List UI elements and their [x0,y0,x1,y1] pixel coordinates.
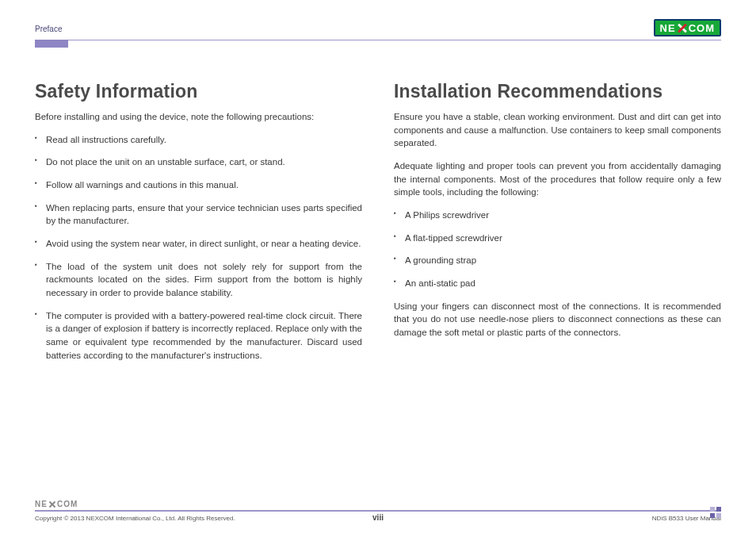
content-columns: Safety Information Before installing and… [35,48,721,371]
list-item: A grounding strap [394,254,721,267]
list-item: Do not place the unit on an unstable sur… [35,155,362,169]
list-item: The computer is provided with a battery-… [35,309,362,362]
left-column: Safety Information Before installing and… [35,81,362,371]
install-p2: Adequate lighting and proper tools can p… [394,159,721,199]
footer-logo: NE COM [35,500,721,508]
list-item: A Philips screwdriver [394,209,721,222]
install-p1: Ensure you have a stable, clean working … [394,110,721,150]
install-p3: Using your fingers can disconnect most o… [394,300,721,339]
section-label: Preface [35,25,62,36]
page: Preface NE COM Safety Information Before… [0,0,756,533]
safety-intro: Before installing and using the device, … [35,110,362,124]
tools-list: A Philips screwdriver A flat-tipped scre… [394,209,721,290]
safety-list: Read all instructions carefully. Do not … [35,133,362,362]
right-column: Installation Recommendations Ensure you … [394,81,721,371]
list-item: When replacing parts, ensure that your s… [35,201,362,228]
footer-ornament-icon [710,507,721,518]
safety-heading: Safety Information [35,81,362,102]
page-number: viii [372,513,384,522]
list-item: Avoid using the system near water, in di… [35,237,362,251]
list-item: An anti-static pad [394,277,721,290]
logo-x-icon [677,22,688,33]
footer: NE COM Copyright © 2013 NEXCOM Internati… [35,500,721,522]
list-item: The load of the system unit does not sol… [35,260,362,300]
footer-rule [35,510,721,512]
list-item: A flat-tipped screwdriver [394,232,721,245]
logo-text-right: COM [689,22,715,34]
list-item: Read all instructions carefully. [35,133,362,147]
logo-text-left: NE [660,22,676,34]
copyright-text: Copyright © 2013 NEXCOM International Co… [35,515,235,522]
logo-box: NE COM [654,19,721,36]
footer-logo-left: NE [35,500,48,508]
footer-row: Copyright © 2013 NEXCOM International Co… [35,515,721,522]
list-item: Follow all warnings and cautions in this… [35,178,362,192]
brand-logo: NE COM [654,19,721,36]
install-heading: Installation Recommendations [394,81,721,102]
header-tab-marker [35,40,68,48]
header-bar: Preface NE COM [35,14,721,36]
header-tab-strip [35,40,721,48]
footer-logo-right: COM [57,500,78,508]
footer-logo-x-icon [48,500,56,508]
